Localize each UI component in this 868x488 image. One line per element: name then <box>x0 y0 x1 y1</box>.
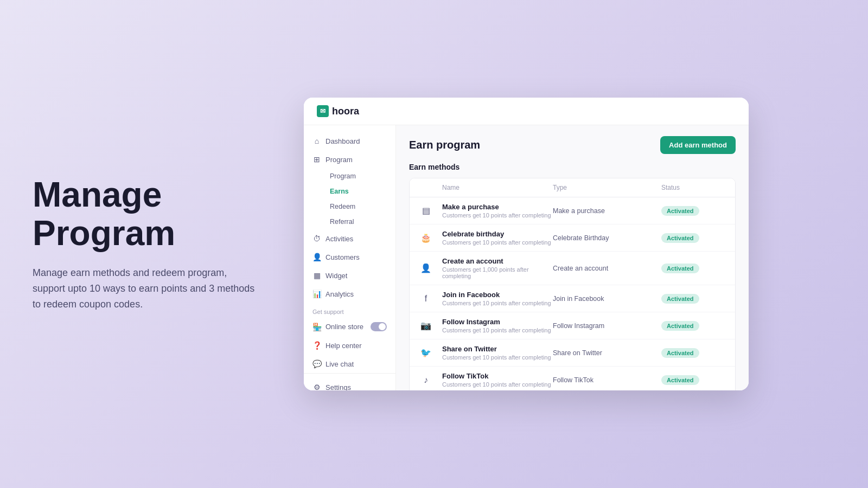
analytics-icon: 📊 <box>312 290 321 298</box>
row-icon-celebrate-birthday: 🎂 <box>418 230 433 246</box>
sidebar-item-dashboard[interactable]: ⌂ Dashboard <box>304 132 395 150</box>
sidebar-support-label: Get support <box>304 303 395 317</box>
row-status-share-twitter: Activated <box>661 348 726 358</box>
row-status-join-facebook: Activated <box>661 293 726 304</box>
sidebar-subitem-redeem[interactable]: Redeem <box>321 199 395 214</box>
row-desc-celebrate-birthday: Customers get 10 points after completing <box>442 239 553 246</box>
logo: ✉ hoora <box>317 105 359 117</box>
row-type-join-facebook: Join in Facebook <box>553 295 661 303</box>
sidebar-label-analytics: Analytics <box>326 290 354 298</box>
row-info-create-account: Create an account Customers get 1,000 po… <box>442 257 553 279</box>
sidebar-item-analytics[interactable]: 📊 Analytics <box>304 285 395 303</box>
sidebar-label-activities: Activities <box>326 235 353 243</box>
sidebar: ⌂ Dashboard ⊞ Program Program <box>304 125 396 390</box>
table-row[interactable]: 📷 Follow Instagram Customers get 10 poin… <box>410 312 735 339</box>
table-row[interactable]: f Join in Facebook Customers get 10 poin… <box>410 285 735 312</box>
row-name-celebrate-birthday: Celebrate birthday <box>442 230 553 238</box>
table-row[interactable]: 👤 Create an account Customers get 1,000 … <box>410 252 735 285</box>
row-type-share-twitter: Share on Twitter <box>553 349 661 357</box>
row-name-follow-tiktok: Follow TikTok <box>442 372 553 380</box>
main-header: Earn program Add earn method <box>409 136 736 154</box>
row-icon-create-account: 👤 <box>418 261 433 276</box>
sidebar-label-live-chat: Live chat <box>326 360 354 368</box>
row-type-follow-instagram: Follow Instagram <box>553 322 661 330</box>
widget-icon: ▦ <box>312 271 321 280</box>
row-info-follow-instagram: Follow Instagram Customers get 10 points… <box>442 318 553 333</box>
table-row[interactable]: 🐦 Share on Twitter Customers get 10 poin… <box>410 339 735 367</box>
table-row[interactable]: ▤ Make a purchase Customers get 10 point… <box>410 197 735 224</box>
sidebar-item-settings[interactable]: ⚙ Settings <box>304 378 395 390</box>
sidebar-program-submenu: Program Earns Redeem Referral <box>304 169 395 229</box>
row-desc-make-purchase: Customers get 10 points after completing <box>442 212 553 219</box>
sidebar-item-program[interactable]: ⊞ Program <box>304 150 395 169</box>
row-desc-join-facebook: Customers get 10 points after completing <box>442 300 553 306</box>
sidebar-label-help-center: Help center <box>326 342 361 350</box>
row-type-follow-tiktok: Follow TikTok <box>553 376 661 384</box>
home-icon: ⌂ <box>312 137 321 145</box>
app-body: ⌂ Dashboard ⊞ Program Program <box>304 125 749 390</box>
row-desc-follow-instagram: Customers get 10 points after completing <box>442 327 553 333</box>
table-header: Name Type Status <box>410 178 735 197</box>
sidebar-label-program: Program <box>326 156 353 164</box>
col-status: Status <box>661 184 726 191</box>
row-desc-share-twitter: Customers get 10 points after completing <box>442 354 553 361</box>
row-name-share-twitter: Share on Twitter <box>442 345 553 353</box>
sidebar-subitem-earns[interactable]: Earns <box>321 184 395 199</box>
hero-section: Manage Program Manage earn methods and r… <box>33 176 260 312</box>
row-info-share-twitter: Share on Twitter Customers get 10 points… <box>442 345 553 361</box>
sidebar-item-widget[interactable]: ▦ Widget <box>304 266 395 285</box>
sidebar-item-help-center[interactable]: ❓ Help center <box>304 336 395 355</box>
sidebar-label-widget: Widget <box>326 272 347 280</box>
page-title: Earn program <box>409 139 480 151</box>
status-badge-join-facebook: Activated <box>661 294 699 304</box>
user-icon: 👤 <box>312 253 321 261</box>
hero-title: Manage Program <box>33 176 260 252</box>
row-status-create-account: Activated <box>661 263 726 273</box>
sidebar-label-dashboard: Dashboard <box>326 137 360 145</box>
sidebar-item-activities[interactable]: ⏱ Activities <box>304 229 395 248</box>
table-body: ▤ Make a purchase Customers get 10 point… <box>410 197 735 390</box>
col-type: Type <box>553 184 661 191</box>
sidebar-item-online-store[interactable]: 🏪 Online store <box>304 317 395 336</box>
sidebar-subitem-program[interactable]: Program <box>321 169 395 184</box>
row-icon-share-twitter: 🐦 <box>418 345 433 361</box>
sidebar-bottom: ⚙ Settings <box>304 373 395 390</box>
app-window: ✉ hoora ⌂ Dashboard ⊞ Program <box>304 98 749 390</box>
page-layout: Manage Program Manage earn methods and r… <box>0 0 868 488</box>
row-info-join-facebook: Join in Facebook Customers get 10 points… <box>442 291 553 306</box>
sidebar-item-live-chat[interactable]: 💬 Live chat <box>304 355 395 373</box>
sidebar-label-settings: Settings <box>326 383 351 391</box>
row-type-celebrate-birthday: Celebrate Birthday <box>553 234 661 242</box>
status-badge-make-purchase: Activated <box>661 206 699 216</box>
sidebar-label-customers: Customers <box>326 253 360 261</box>
row-icon-follow-instagram: 📷 <box>418 318 433 333</box>
table-row[interactable]: 🎂 Celebrate birthday Customers get 10 po… <box>410 224 735 252</box>
row-type-create-account: Create an account <box>553 265 661 272</box>
row-icon-join-facebook: f <box>418 291 433 306</box>
row-status-celebrate-birthday: Activated <box>661 233 726 243</box>
row-status-follow-instagram: Activated <box>661 320 726 331</box>
row-info-make-purchase: Make a purchase Customers get 10 points … <box>442 203 553 219</box>
col-name: Name <box>442 184 553 191</box>
sidebar-subitem-referral[interactable]: Referral <box>321 214 395 229</box>
logo-text: hoora <box>332 106 359 117</box>
clock-icon: ⏱ <box>312 234 321 243</box>
row-icon-make-purchase: ▤ <box>418 203 433 219</box>
table-row[interactable]: ♪ Follow TikTok Customers get 10 points … <box>410 367 735 390</box>
row-status-follow-tiktok: Activated <box>661 375 726 385</box>
logo-icon: ✉ <box>317 105 329 117</box>
row-name-follow-instagram: Follow Instagram <box>442 318 553 326</box>
sidebar-item-customers[interactable]: 👤 Customers <box>304 248 395 266</box>
status-badge-create-account: Activated <box>661 264 699 273</box>
status-badge-share-twitter: Activated <box>661 348 699 358</box>
online-store-toggle[interactable] <box>371 322 387 331</box>
row-icon-follow-tiktok: ♪ <box>418 373 433 388</box>
app-header: ✉ hoora <box>304 98 749 125</box>
row-desc-create-account: Customers get 1,000 points after complet… <box>442 266 553 279</box>
row-type-make-purchase: Make a purchase <box>553 207 661 215</box>
sidebar-top: ⌂ Dashboard ⊞ Program Program <box>304 132 395 373</box>
row-desc-follow-tiktok: Customers get 10 points after completing <box>442 381 553 388</box>
add-earn-method-button[interactable]: Add earn method <box>660 136 736 154</box>
hero-description: Manage earn methods and redeem program, … <box>33 265 260 312</box>
chat-icon: 💬 <box>312 359 321 368</box>
